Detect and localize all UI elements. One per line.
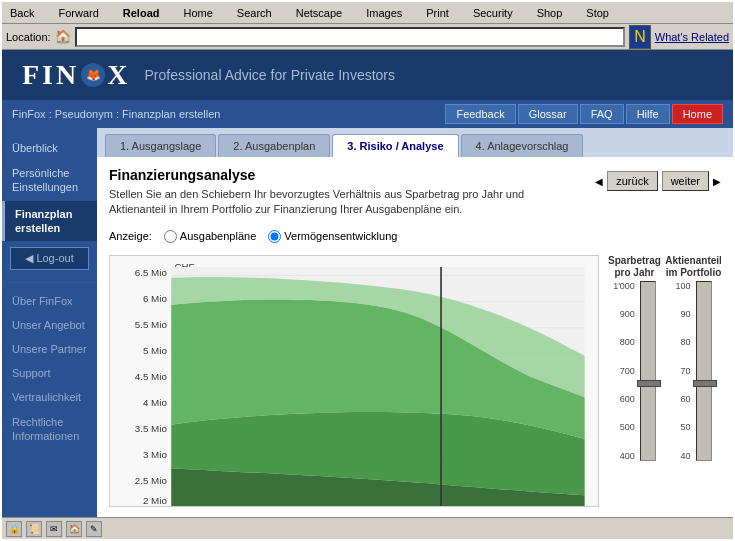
nav-home-btn[interactable]: Home bbox=[672, 104, 723, 124]
sidebar-item-rechtliche[interactable]: Rechtliche Informationen bbox=[2, 409, 97, 450]
svg-text:3.5 Mio: 3.5 Mio bbox=[135, 423, 168, 434]
chart-container: 6.5 Mio 6 Mio 5.5 Mio 5 Mio 4.5 Mio 4 Mi… bbox=[109, 255, 599, 507]
status-icon-lock: 🔒 bbox=[6, 521, 22, 537]
sidebar-item-uber[interactable]: Über FinFox bbox=[2, 289, 97, 313]
slider1-track[interactable] bbox=[640, 281, 656, 461]
sidebar-item-finanzplan[interactable]: Finanzplan erstellen bbox=[2, 201, 97, 242]
next-button[interactable]: weiter bbox=[662, 171, 709, 191]
analysis-content: Finanzierungsanalyse Stellen Sie an den … bbox=[97, 157, 733, 517]
svg-text:4.5 Mio: 4.5 Mio bbox=[135, 371, 168, 382]
location-bar: Location: 🏠 N What's Related bbox=[2, 24, 733, 50]
main-area: 1. Ausgangslage 2. Ausgabenplan 3. Risik… bbox=[97, 128, 733, 517]
site-tagline: Professional Advice for Private Investor… bbox=[144, 67, 395, 83]
tab-anlagevorschlag[interactable]: 4. Anlagevorschlag bbox=[461, 134, 584, 157]
slider2-track[interactable] bbox=[696, 281, 712, 461]
svg-text:5.5 Mio: 5.5 Mio bbox=[135, 319, 168, 330]
menu-reload[interactable]: Reload bbox=[119, 5, 164, 21]
status-icon-edit: ✎ bbox=[86, 521, 102, 537]
slider2-handle[interactable] bbox=[693, 380, 717, 387]
status-icons: 🔒 📜 ✉ 🏠 ✎ bbox=[6, 521, 102, 537]
svg-text:4 Mio: 4 Mio bbox=[143, 397, 167, 408]
nav-hilfe-btn[interactable]: Hilfe bbox=[626, 104, 670, 124]
main-content: FIN 🦊 X Professional Advice for Private … bbox=[2, 50, 733, 539]
tabs-container: 1. Ausgangslage 2. Ausgabenplan 3. Risik… bbox=[97, 128, 733, 157]
svg-text:5 Mio: 5 Mio bbox=[143, 345, 167, 356]
svg-text:🦊: 🦊 bbox=[86, 67, 101, 82]
sliders-area: Sparbetrag pro Jahr 1'000 900 800 700 60… bbox=[607, 255, 721, 507]
analysis-title: Finanzierungsanalyse bbox=[109, 167, 529, 183]
netscape-icon: N bbox=[629, 25, 651, 49]
menu-search[interactable]: Search bbox=[233, 5, 276, 21]
nav-bar: FinFox : Pseudonym : Finanzplan erstelle… bbox=[2, 100, 733, 128]
nav-faq-btn[interactable]: FAQ bbox=[580, 104, 624, 124]
svg-text:2.5 Mio: 2.5 Mio bbox=[135, 475, 168, 486]
site-logo: FIN bbox=[22, 59, 79, 91]
nav-glossar-btn[interactable]: Glossar bbox=[518, 104, 578, 124]
menu-images[interactable]: Images bbox=[362, 5, 406, 21]
slider-sparbetrag-label: Sparbetrag pro Jahr bbox=[607, 255, 662, 279]
location-icon: 🏠 bbox=[55, 29, 71, 44]
analysis-description: Stellen Sie an den Schiebern Ihr bevorzu… bbox=[109, 187, 529, 218]
location-input[interactable] bbox=[75, 27, 626, 47]
slider2-scale: 100 90 80 70 60 50 40 bbox=[675, 281, 693, 461]
status-icon-mail: ✉ bbox=[46, 521, 62, 537]
nav-breadcrumb: FinFox : Pseudonym : Finanzplan erstelle… bbox=[12, 108, 445, 120]
display-label: Anzeige: bbox=[109, 230, 152, 242]
radio-ausgabenplane[interactable]: Ausgabenpläne bbox=[164, 230, 256, 243]
svg-text:6 Mio: 6 Mio bbox=[143, 292, 167, 303]
menu-back[interactable]: Back bbox=[6, 5, 38, 21]
content-wrapper: Überblick Persönliche Einstellungen Fina… bbox=[2, 128, 733, 517]
sidebar-item-personliche[interactable]: Persönliche Einstellungen bbox=[2, 160, 97, 201]
nav-feedback-btn[interactable]: Feedback bbox=[445, 104, 515, 124]
svg-text:6.5 Mio: 6.5 Mio bbox=[135, 266, 168, 277]
menu-bar: Back Forward Reload Home Search Netscape… bbox=[2, 2, 733, 24]
display-bar: Anzeige: Ausgabenpläne Vermögensentwickl… bbox=[109, 226, 721, 247]
slider-sparbetrag: Sparbetrag pro Jahr 1'000 900 800 700 60… bbox=[607, 255, 662, 507]
menu-stop[interactable]: Stop bbox=[582, 5, 613, 21]
slider-aktienanteil: Aktienanteil im Portfolio 100 90 80 70 6… bbox=[666, 255, 721, 507]
svg-text:3 Mio: 3 Mio bbox=[143, 449, 167, 460]
menu-shop[interactable]: Shop bbox=[533, 5, 567, 21]
browser-frame: Back Forward Reload Home Search Netscape… bbox=[0, 0, 735, 541]
status-bar: 🔒 📜 ✉ 🏠 ✎ bbox=[2, 517, 733, 539]
sidebar-item-vertraulichkeit[interactable]: Vertraulichkeit bbox=[2, 385, 97, 409]
radio-vermogensentwicklung[interactable]: Vermögensentwicklung bbox=[268, 230, 397, 243]
next-arrow-icon: ▶ bbox=[713, 176, 721, 187]
site-logo-2: X bbox=[107, 59, 130, 91]
tab-ausgabenplan[interactable]: 2. Ausgabenplan bbox=[218, 134, 330, 157]
slider1-scale: 1'000 900 800 700 600 500 400 bbox=[613, 281, 638, 461]
menu-security[interactable]: Security bbox=[469, 5, 517, 21]
sidebar-item-support[interactable]: Support bbox=[2, 361, 97, 385]
chart-area: 6.5 Mio 6 Mio 5.5 Mio 5 Mio 4.5 Mio 4 Mi… bbox=[109, 255, 721, 507]
status-icon-home: 🏠 bbox=[66, 521, 82, 537]
sidebar-item-uberblick[interactable]: Überblick bbox=[2, 136, 97, 160]
radio-vermogensentwicklung-label: Vermögensentwicklung bbox=[284, 230, 397, 242]
menu-netscape[interactable]: Netscape bbox=[292, 5, 346, 21]
back-button[interactable]: zurück bbox=[607, 171, 657, 191]
menu-home[interactable]: Home bbox=[180, 5, 217, 21]
menu-forward[interactable]: Forward bbox=[54, 5, 102, 21]
location-label: Location: bbox=[6, 31, 51, 43]
sidebar: Überblick Persönliche Einstellungen Fina… bbox=[2, 128, 97, 517]
site-header: FIN 🦊 X Professional Advice for Private … bbox=[2, 50, 733, 100]
radio-ausgabenplane-label: Ausgabenpläne bbox=[180, 230, 256, 242]
fox-logo-icon: 🦊 bbox=[80, 62, 106, 88]
tab-risiko[interactable]: 3. Risiko / Analyse bbox=[332, 134, 458, 157]
slider1-handle[interactable] bbox=[637, 380, 661, 387]
sidebar-divider bbox=[2, 282, 97, 283]
sidebar-logout-btn[interactable]: ◀ Log-out bbox=[10, 247, 89, 270]
whats-related-link[interactable]: What's Related bbox=[655, 31, 729, 43]
menu-print[interactable]: Print bbox=[422, 5, 453, 21]
back-arrow-icon: ◀ bbox=[595, 176, 603, 187]
chart-svg: 6.5 Mio 6 Mio 5.5 Mio 5 Mio 4.5 Mio 4 Mi… bbox=[110, 256, 598, 506]
slider-aktienanteil-label: Aktienanteil im Portfolio bbox=[665, 255, 721, 279]
sidebar-item-partner[interactable]: Unsere Partner bbox=[2, 337, 97, 361]
nav-buttons: Feedback Glossar FAQ Hilfe Home bbox=[445, 104, 723, 124]
sidebar-item-angebot[interactable]: Unser Angebot bbox=[2, 313, 97, 337]
radio-ausgabenplane-input[interactable] bbox=[164, 230, 177, 243]
status-icon-cert: 📜 bbox=[26, 521, 42, 537]
tab-ausgangslage[interactable]: 1. Ausgangslage bbox=[105, 134, 216, 157]
svg-text:2 Mio: 2 Mio bbox=[143, 495, 167, 506]
radio-vermogensentwicklung-input[interactable] bbox=[268, 230, 281, 243]
